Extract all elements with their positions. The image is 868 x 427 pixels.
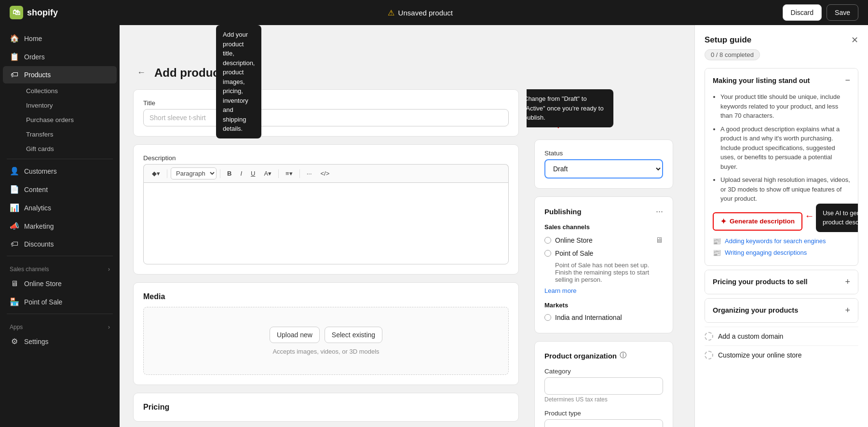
tooltip-status-box: Change from "Draft" to "Active" once you… [527,89,613,127]
sidebar-item-label: Online Store [24,280,62,288]
guide-task-custom-domain[interactable]: Add a custom domain [705,327,858,345]
toolbar-sep-2 [220,169,220,178]
guide-link-keywords[interactable]: 📰 Adding keywords for search engines [713,235,850,247]
sidebar-item-content[interactable]: 📄 Content [3,180,117,198]
description-label: Description [143,154,509,162]
sidebar-item-label: Customers [24,167,57,175]
media-card: Media Upload new Select existing Accepts… [133,282,519,385]
discounts-icon: 🏷 [10,240,19,248]
guide-bullet-3: Upload several high resolution images, v… [720,175,850,204]
media-upload-area: Upload new Select existing Accepts image… [143,307,509,375]
discard-button[interactable]: Discard [783,4,822,21]
channel-item-online-store: Online Store 🖥 [544,234,663,247]
main-layout: 🏠 Home 📋 Orders 🏷 Products Collections I… [0,25,868,427]
sales-channels-section: Sales channels › [0,259,120,275]
org-title: Product organization ⓘ [544,351,663,360]
page-status: Unsaved product [398,9,453,17]
task-label-custom-domain: Add a custom domain [718,332,783,340]
sidebar-item-label: Marketing [24,222,54,230]
top-nav: 🛍 shopify ⚠ Unsaved product Discard Save [0,0,868,25]
sidebar-item-purchase-orders[interactable]: Purchase orders [21,113,117,127]
category-input[interactable] [544,377,663,395]
status-card: Status Draft Active [534,139,673,189]
settings-icon: ⚙ [10,337,19,346]
guide-section-listing-toggle: − [845,75,850,85]
main-content: Add your product title, description, pro… [120,25,694,427]
guide-section-listing-header[interactable]: Making your listing stand out − [705,69,858,92]
setup-guide-header: Setup guide ✕ [705,35,858,45]
media-upload-btns: Upload new Select existing [270,327,382,343]
description-editor[interactable] [143,182,509,264]
upload-new-button[interactable]: Upload new [270,327,320,343]
sidebar-item-settings[interactable]: ⚙ Settings [3,332,117,350]
sidebar-item-customers[interactable]: 👤 Customers [3,162,117,180]
toolbar-more[interactable]: ··· [303,168,315,179]
warning-icon: ⚠ [388,8,394,17]
select-existing-button[interactable]: Select existing [325,327,382,343]
sidebar-products-submenu: Collections Inventory Purchase orders Tr… [0,84,120,156]
sidebar-item-online-store[interactable]: 🖥 Online Store [3,275,117,292]
sidebar-item-label: Home [24,35,42,42]
org-card: Product organization ⓘ Category Determin… [534,341,673,427]
sidebar-item-marketing[interactable]: 📣 Marketing [3,217,117,235]
paragraph-select[interactable]: Paragraph [171,167,217,179]
sidebar-item-orders[interactable]: 📋 Orders [3,48,117,66]
sidebar-item-transfers[interactable]: Transfers [21,127,117,141]
back-button[interactable]: ← [133,66,149,80]
status-select[interactable]: Draft Active [544,159,663,179]
sidebar-item-inventory[interactable]: Inventory [21,98,117,112]
channel-label-pos: Point of Sale [555,249,593,257]
two-col-layout: Title Description ◆▾ Paragraph B I [133,89,681,427]
sidebar-divider [7,159,113,159]
sidebar-item-home[interactable]: 🏠 Home [3,29,117,47]
tooltip-product-info-box: Add your product title, description, pro… [216,25,261,138]
category-hint: Determines US tax rates [544,396,663,403]
save-button[interactable]: Save [827,4,858,21]
sidebar-item-discounts[interactable]: 🏷 Discounts [3,235,117,253]
guide-section-pricing-header[interactable]: Pricing your products to sell + [705,270,858,294]
publishing-more-button[interactable]: ··· [656,207,663,217]
generate-description-button[interactable]: ✦ Generate description [713,212,802,231]
guide-bullet-2: A good product description explains what… [720,124,850,172]
home-icon: 🏠 [10,34,19,43]
guide-section-listing-title: Making your listing stand out [713,77,810,84]
sidebar-item-analytics[interactable]: 📊 Analytics [3,199,117,217]
guide-section-organizing-header[interactable]: Organizing your products + [705,299,858,322]
product-type-input[interactable] [544,419,663,427]
setup-guide-close-button[interactable]: ✕ [851,35,858,45]
toolbar-format-btn[interactable]: ◆▾ [149,168,163,179]
content-icon: 📄 [10,185,19,194]
guide-link-descriptions-label: Writing engaging descriptions [725,249,807,256]
guide-link-descriptions[interactable]: 📰 Writing engaging descriptions [713,247,850,259]
task-circle-customize-store [705,351,713,359]
toolbar-align[interactable]: ≡▾ [282,168,296,179]
guide-link-descriptions-icon: 📰 [713,249,721,257]
sidebar-item-label: Settings [24,338,49,345]
guide-bullets: Your product title should be unique, inc… [713,92,850,204]
brand-name: shopify [27,8,58,18]
title-input[interactable] [143,109,509,126]
page-header: ← Add product [133,66,681,80]
toolbar-italic[interactable]: I [237,168,245,179]
learn-more-link[interactable]: Learn more [544,287,576,294]
sidebar-item-point-of-sale[interactable]: 🏪 Point of Sale [3,293,117,311]
description-card: Description ◆▾ Paragraph B I U A▾ ≡▾ [133,144,519,275]
channel-icon-online-store: 🖥 [655,236,663,245]
toolbar-color[interactable]: A▾ [260,168,275,179]
sidebar-item-products[interactable]: 🏷 Products [3,66,117,83]
toolbar-code[interactable]: </> [317,168,333,179]
category-label: Category [544,368,663,375]
toolbar-underline[interactable]: U [247,168,258,179]
guide-section-pricing: Pricing your products to sell + [705,270,858,294]
publishing-header: Publishing ··· [544,207,663,217]
toolbar-bold[interactable]: B [224,168,235,179]
products-icon: 🏷 [10,70,19,79]
sidebar-item-gift-cards[interactable]: Gift cards [21,142,117,156]
guide-section-pricing-toggle: + [845,277,850,287]
toolbar-sep-4 [299,169,300,178]
sidebar-item-collections[interactable]: Collections [21,84,117,98]
guide-task-customize-store[interactable]: Customize your online store [705,345,858,364]
org-info-icon: ⓘ [620,351,626,360]
publishing-title: Publishing [544,207,582,216]
media-hint: Accepts images, videos, or 3D models [272,348,379,355]
